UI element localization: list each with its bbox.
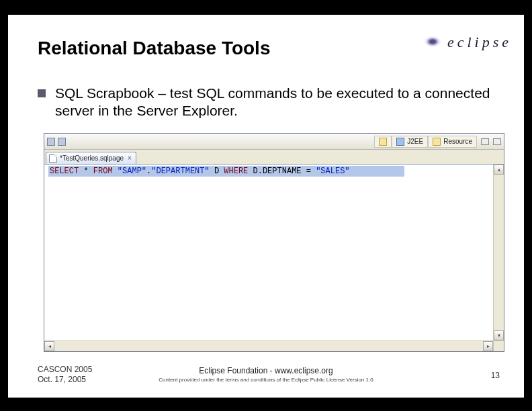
minimize-view-icon[interactable] — [481, 138, 489, 145]
editor-tab[interactable]: *TestQueries.sqlpage × — [46, 152, 136, 164]
scroll-right-icon[interactable]: ▸ — [483, 341, 493, 351]
maximize-view-icon[interactable] — [493, 138, 501, 145]
scroll-track[interactable] — [54, 341, 483, 351]
horizontal-scrollbar[interactable]: ◂ ▸ — [44, 340, 493, 351]
bullet-marker — [38, 89, 46, 97]
toolbar-icon[interactable] — [47, 138, 55, 146]
perspective-label: Resource — [443, 138, 472, 145]
scroll-track[interactable] — [494, 175, 504, 330]
close-icon[interactable]: × — [126, 154, 133, 162]
footer-center: Eclipse Foundation - www.eclipse.org Con… — [159, 366, 373, 383]
vertical-scrollbar[interactable]: ▴ ▾ — [493, 165, 504, 340]
page-number: 13 — [491, 371, 500, 380]
j2ee-icon — [396, 138, 404, 146]
resource-icon — [433, 138, 441, 146]
perspective-resource[interactable]: Resource — [428, 136, 477, 148]
footer-license: Content provided under the terms and con… — [159, 377, 373, 383]
sql-editor[interactable]: SELECT * FROM "SAMP"."DEPARTMENT" D WHER… — [44, 165, 504, 351]
open-perspective-button[interactable] — [374, 136, 392, 148]
eclipse-screenshot: J2EE Resource *TestQueries.sqlpage × SEL… — [44, 133, 504, 352]
perspective-label: J2EE — [407, 138, 423, 145]
perspective-j2ee[interactable]: J2EE — [392, 136, 428, 148]
footer-event: CASCON 2005 Oct. 17, 2005 — [38, 365, 92, 385]
scroll-down-icon[interactable]: ▾ — [494, 330, 504, 340]
file-icon — [49, 154, 57, 163]
scroll-corner — [493, 340, 504, 351]
editor-tab-row: *TestQueries.sqlpage × — [44, 150, 504, 165]
slide: Relational Database Tools eclipse SQL Sc… — [8, 15, 524, 398]
footer-event-date: Oct. 17, 2005 — [38, 375, 86, 384]
bullet-text: SQL Scrapbook – test SQL commands to be … — [55, 85, 498, 120]
footer-org: Eclipse Foundation - www.eclipse.org — [199, 366, 332, 375]
scroll-up-icon[interactable]: ▴ — [494, 165, 504, 175]
footer-event-name: CASCON 2005 — [38, 365, 92, 374]
slide-title: Relational Database Tools — [38, 38, 270, 59]
tab-filename: *TestQueries.sqlpage — [60, 154, 124, 162]
scroll-left-icon[interactable]: ◂ — [44, 341, 54, 351]
sql-statement: SELECT * FROM "SAMP"."DEPARTMENT" D WHER… — [48, 166, 351, 177]
toolbar-icon[interactable] — [58, 138, 66, 146]
open-perspective-icon — [379, 138, 387, 146]
eclipse-logo: eclipse — [447, 34, 512, 51]
bullet-item: SQL Scrapbook – test SQL commands to be … — [38, 85, 498, 120]
perspective-bar: J2EE Resource — [44, 134, 504, 150]
